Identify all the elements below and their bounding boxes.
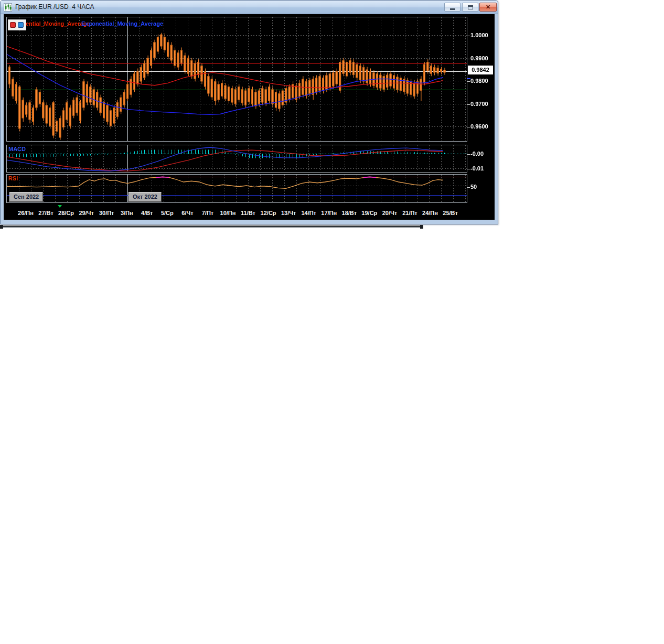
title-bar[interactable]: График EUR /USD 4 ЧАСА ✕ <box>1 1 498 14</box>
date-label: 4/Вт <box>141 210 153 216</box>
date-label: 6/Чт <box>181 210 193 216</box>
macd-value-label: -0.00 <box>470 151 496 157</box>
date-label: 24/Пн <box>422 210 438 216</box>
macd-value-label-tick <box>467 169 470 169</box>
date-label: 29/Чт <box>79 210 93 216</box>
price-label-0.9800: 0.9800 <box>470 78 496 84</box>
date-label: 11/Вт <box>241 210 255 216</box>
date-label: 26/Пн <box>18 210 34 216</box>
ema-red-legend-label: ential_Moving_Average <box>26 20 90 27</box>
scroll-position-marker <box>58 205 62 208</box>
date-label: 12/Ср <box>261 210 276 216</box>
ema-axis-marker <box>467 78 470 79</box>
window-splitter-bar[interactable] <box>0 225 423 228</box>
rsi-value-label: 50 <box>470 184 496 190</box>
price-label-0.9900: 0.9900 <box>470 55 496 61</box>
rsi-label: RSI <box>8 175 18 181</box>
price-label-0.9600: 0.9600 <box>470 123 496 130</box>
date-label: 25/Вт <box>443 210 457 216</box>
date-label: 18/Вт <box>342 210 357 216</box>
date-label: 10/Пн <box>220 210 236 216</box>
date-label: 21/Пт <box>402 210 417 216</box>
price-label-0.9700: 0.9700 <box>470 101 496 107</box>
maximize-button[interactable] <box>462 3 478 12</box>
ema-blue-swatch[interactable] <box>18 22 24 28</box>
month-button-okt-2022[interactable]: Окт 2022 <box>128 192 162 202</box>
close-icon: ✕ <box>480 4 496 10</box>
minimize-button[interactable] <box>444 3 460 12</box>
ema-red-swatch[interactable] <box>10 22 16 28</box>
splitter-left-cap <box>0 225 3 229</box>
ema-blue-legend-label: Exponential_Moving_Average <box>81 20 163 27</box>
price-label-0.9900-tick <box>467 59 470 59</box>
current-price-badge: 0.9842 <box>468 66 493 74</box>
price-label-0.9600-tick <box>467 127 470 127</box>
date-axis: 26/Пн27/Вт28/Ср29/Чт30/Пт3/Пн4/Вт5/Ср6/Ч… <box>4 210 495 218</box>
date-label: 14/Пт <box>301 210 316 216</box>
indicator-legend <box>8 19 26 30</box>
chart-window: График EUR /USD 4 ЧАСА ✕ ential_Moving_A… <box>0 0 498 224</box>
date-label: 17/Пн <box>321 210 337 216</box>
macd-value-label-tick <box>467 154 470 155</box>
date-label: 28/Ср <box>58 210 74 216</box>
minimize-icon <box>450 8 455 10</box>
macd-value-label: -0.01 <box>470 165 496 171</box>
date-label: 5/Ср <box>161 210 174 216</box>
macd-label: MACD <box>8 146 26 152</box>
price-label-0.9800-tick <box>467 81 470 82</box>
chart-client-area: ential_Moving_Average Exponential_Moving… <box>4 14 495 220</box>
candlestick-chart-icon <box>4 3 12 12</box>
rsi-value-label-tick <box>467 187 470 188</box>
date-label: 7/Пт <box>202 210 213 216</box>
date-label: 13/Чт <box>281 210 296 216</box>
close-button[interactable]: ✕ <box>479 3 497 12</box>
window-title: График EUR /USD 4 ЧАСА <box>15 3 94 10</box>
desktop: График EUR /USD 4 ЧАСА ✕ ential_Moving_A… <box>0 0 664 644</box>
price-label-1.0000: 1.0000 <box>470 32 496 38</box>
date-label: 27/Вт <box>38 210 53 216</box>
date-label: 20/Чт <box>382 210 397 216</box>
month-button-sep-2022[interactable]: Сен 2022 <box>9 192 43 202</box>
maximize-icon <box>468 5 473 9</box>
price-label-0.9700-tick <box>467 104 470 105</box>
date-label: 30/Пт <box>99 210 114 216</box>
price-label-1.0000-tick <box>467 36 470 36</box>
price-chart-canvas[interactable] <box>7 17 467 202</box>
splitter-right-cap <box>420 225 423 229</box>
date-label: 19/Ср <box>361 210 377 216</box>
date-label: 3/Пн <box>121 210 133 216</box>
